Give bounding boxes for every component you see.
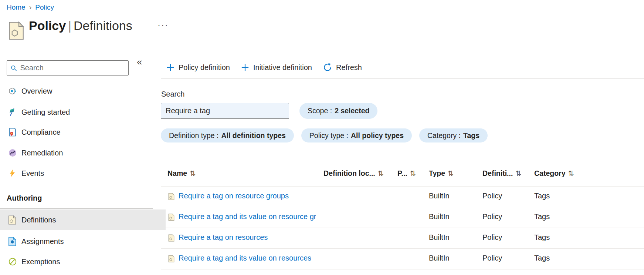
policy-definition-button[interactable]: Policy definition (166, 63, 230, 72)
exemptions-icon (8, 257, 17, 266)
sidebar-item-label: Overview (21, 87, 52, 95)
overview-icon (8, 87, 17, 95)
breadcrumb: Home › Policy (7, 3, 54, 11)
getting-started-icon (8, 108, 17, 117)
policy-name-link[interactable]: Require a tag on resources (179, 233, 268, 242)
policy-page-icon (8, 21, 24, 41)
scope-filter-value: 2 selected (335, 107, 369, 115)
definition-type-filter-label: Definition type : (169, 131, 218, 140)
filter-pill-row: Definition type :All definition types Po… (161, 128, 488, 142)
sort-icon: ⇅ (410, 169, 416, 177)
sidebar-item-remediation[interactable]: Remediation (0, 145, 149, 161)
refresh-icon (323, 63, 332, 72)
definition-type-filter-value: All definition types (221, 131, 285, 140)
sidebar-item-exemptions[interactable]: Exemptions (0, 254, 149, 270)
definition-type-cell: Policy (482, 254, 502, 262)
column-header-definition-type[interactable]: Definiti...⇅ (482, 169, 521, 178)
policy-doc-icon (168, 193, 174, 202)
sort-icon: ⇅ (448, 169, 454, 177)
policy-type-filter-label: Policy type : (309, 131, 348, 140)
sidebar-item-label: Remediation (21, 149, 63, 157)
sidebar-item-label: Compliance (21, 128, 61, 137)
row-divider (161, 269, 644, 269)
definition-type-filter-pill[interactable]: Definition type :All definition types (161, 128, 294, 142)
column-header-category[interactable]: Category⇅ (534, 169, 574, 178)
sidebar-item-events[interactable]: Events (0, 165, 149, 181)
category-filter-value: Tags (463, 131, 479, 140)
column-header-definition-location[interactable]: Definition loc...⇅ (323, 169, 384, 178)
refresh-label: Refresh (336, 63, 362, 72)
breadcrumb-separator-icon: › (29, 3, 32, 11)
policy-doc-icon (168, 214, 174, 222)
sidebar-item-getting-started[interactable]: Getting started (0, 104, 149, 120)
events-icon (8, 169, 17, 178)
policy-definition-label: Policy definition (179, 63, 230, 72)
collapse-menu-button[interactable]: « (137, 56, 142, 68)
category-filter-pill[interactable]: Category :Tags (419, 128, 488, 142)
sort-icon: ⇅ (568, 169, 574, 177)
type-cell: BuiltIn (429, 212, 450, 221)
table-row[interactable]: Require a tag on resource groups BuiltIn… (161, 186, 644, 207)
table-header: Name⇅ Definition loc...⇅ P...⇅ Type⇅ Def… (161, 166, 644, 181)
policy-doc-icon (168, 255, 174, 264)
refresh-button[interactable]: Refresh (323, 63, 362, 72)
scope-filter-label: Scope : (308, 107, 332, 115)
policy-name-link[interactable]: Require a tag and its value on resource … (179, 212, 316, 221)
sidebar-item-label: Exemptions (21, 258, 60, 266)
category-cell: Tags (534, 212, 550, 221)
category-filter-label: Category : (427, 131, 461, 140)
compliance-icon (8, 128, 17, 137)
breadcrumb-policy-link[interactable]: Policy (35, 3, 54, 11)
sidebar-item-overview[interactable]: Overview (0, 83, 149, 99)
policy-type-filter-value: All policy types (351, 131, 404, 140)
table-row[interactable]: Require a tag and its value on resource … (161, 207, 644, 228)
search-icon (11, 65, 17, 71)
type-cell: BuiltIn (429, 192, 450, 200)
column-header-policies[interactable]: P...⇅ (397, 169, 416, 178)
sidebar-item-label: Getting started (21, 108, 70, 117)
sort-icon: ⇅ (190, 169, 196, 177)
page-title-definitions: Definitions (74, 19, 132, 33)
initiative-definition-label: Initiative definition (253, 63, 312, 72)
category-cell: Tags (534, 192, 550, 200)
initiative-definition-button[interactable]: Initiative definition (241, 63, 312, 72)
policy-name-link[interactable]: Require a tag on resource groups (179, 192, 289, 200)
plus-icon (166, 63, 174, 71)
more-options-button[interactable]: ··· (157, 20, 169, 30)
assignments-icon (8, 237, 17, 246)
command-bar-divider (161, 78, 644, 79)
definition-type-cell: Policy (482, 192, 502, 200)
policy-doc-icon (168, 234, 174, 243)
sidebar-search-box[interactable] (7, 60, 129, 76)
policy-type-filter-pill[interactable]: Policy type :All policy types (301, 128, 412, 142)
sidebar-item-label: Assignments (21, 237, 64, 246)
sidebar-section-authoring: Authoring (7, 194, 42, 202)
definitions-search-input[interactable] (161, 103, 289, 119)
type-cell: BuiltIn (429, 254, 450, 262)
table-row[interactable]: Require a tag on resources BuiltIn Polic… (161, 228, 644, 248)
definition-type-cell: Policy (482, 233, 502, 242)
sidebar-section-divider (0, 208, 153, 209)
scope-filter-pill[interactable]: Scope :2 selected (299, 103, 377, 119)
type-cell: BuiltIn (429, 233, 450, 242)
breadcrumb-home-link[interactable]: Home (7, 3, 26, 11)
sidebar-item-label: Definitions (21, 216, 56, 224)
sidebar-item-assignments[interactable]: Assignments (0, 233, 149, 249)
sidebar-item-definitions[interactable]: Definitions (0, 209, 166, 230)
sidebar-item-label: Events (21, 169, 44, 178)
table-row[interactable]: Require a tag and its value on resources… (161, 248, 644, 269)
sidebar-item-compliance[interactable]: Compliance (0, 124, 149, 140)
policy-name-link[interactable]: Require a tag and its value on resources (179, 254, 311, 262)
page-title-separator: | (66, 19, 74, 33)
sidebar-search-input[interactable] (20, 64, 125, 72)
page-title: Policy|Definitions (29, 19, 132, 33)
column-header-name[interactable]: Name⇅ (167, 169, 196, 178)
page-title-policy: Policy (29, 19, 66, 33)
sort-icon: ⇅ (378, 169, 384, 177)
column-header-type[interactable]: Type⇅ (429, 169, 454, 178)
plus-icon (241, 63, 249, 71)
category-cell: Tags (534, 233, 550, 242)
sort-icon: ⇅ (515, 169, 521, 177)
command-bar: Policy definition Initiative definition … (166, 59, 362, 76)
category-cell: Tags (534, 254, 550, 262)
